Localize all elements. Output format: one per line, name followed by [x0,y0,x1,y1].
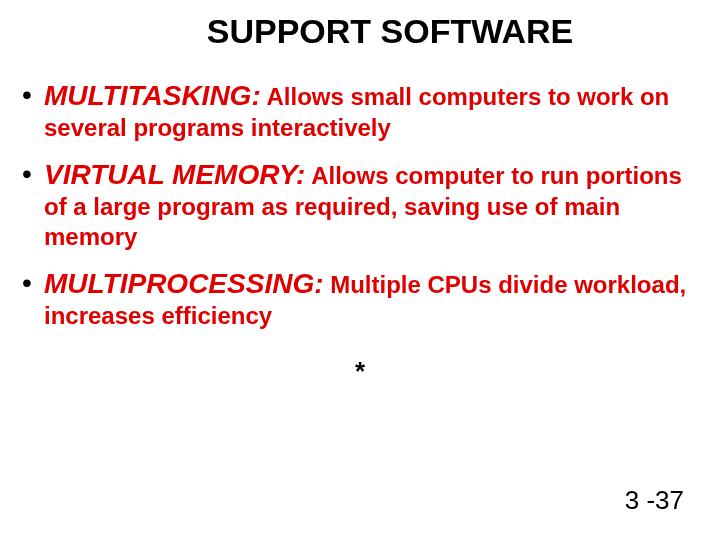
bullet-dot-icon: • [22,268,44,299]
asterisk-mark: * [0,356,720,387]
bullet-term: VIRTUAL MEMORY: [44,159,305,190]
bullet-dot-icon: • [22,159,44,190]
bullet-term: MULTITASKING: [44,80,261,111]
bullet-item: • MULTIPROCESSING: Multiple CPUs divide … [22,266,702,331]
slide: SUPPORT SOFTWARE • MULTITASKING: Allows … [0,0,720,540]
bullet-dot-icon: • [22,80,44,111]
slide-body: • MULTITASKING: Allows small computers t… [22,78,702,345]
bullet-item: • VIRTUAL MEMORY: Allows computer to run… [22,157,702,252]
page-number: 3 -37 [625,485,684,516]
bullet-content: VIRTUAL MEMORY: Allows computer to run p… [44,157,702,252]
slide-title: SUPPORT SOFTWARE [0,12,720,51]
bullet-content: MULTITASKING: Allows small computers to … [44,78,702,143]
bullet-term: MULTIPROCESSING: [44,268,323,299]
bullet-item: • MULTITASKING: Allows small computers t… [22,78,702,143]
bullet-content: MULTIPROCESSING: Multiple CPUs divide wo… [44,266,702,331]
